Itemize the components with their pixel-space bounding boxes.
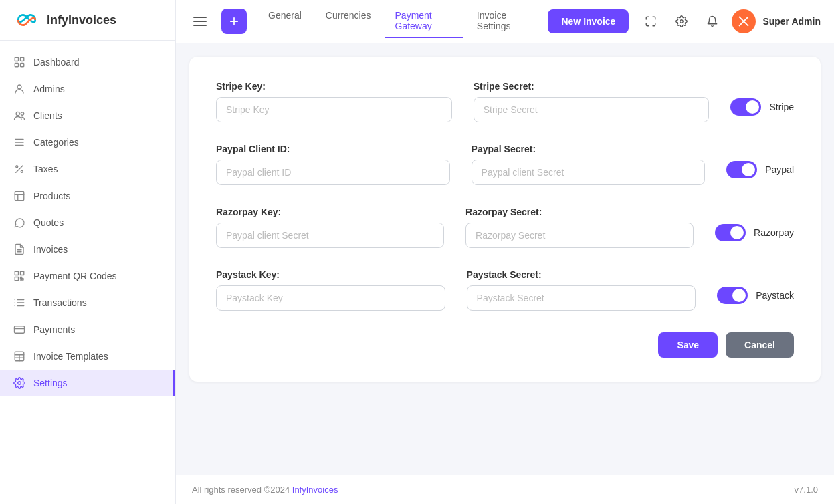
app-name: InfyInvoices — [47, 13, 116, 27]
razorpay-key-input[interactable] — [216, 223, 444, 248]
razorpay-toggle[interactable] — [715, 224, 746, 241]
stripe-toggle-label: Stripe — [769, 102, 794, 112]
paystack-secret-input[interactable] — [467, 285, 696, 311]
sidebar-item-clients[interactable]: Clients — [0, 102, 175, 129]
sidebar-item-taxes[interactable]: Taxes — [0, 156, 175, 182]
user-area[interactable]: Super Admin — [732, 9, 821, 33]
stripe-secret-input[interactable] — [474, 97, 710, 122]
sidebar-nav: Dashboard Admins Clients Categories Taxe… — [0, 41, 175, 504]
paypal-client-id-input[interactable] — [216, 160, 450, 185]
paystack-secret-label: Paystack Secret: — [467, 269, 696, 280]
razorpay-key-label: Razorpay Key: — [216, 207, 444, 217]
svg-point-8 — [16, 166, 18, 168]
razorpay-toggle-group: Razorpay — [715, 224, 794, 248]
categories-icon — [13, 136, 25, 148]
sidebar-item-taxes-label: Taxes — [33, 164, 58, 174]
admin-icon — [13, 83, 25, 95]
x-avatar-icon — [736, 14, 751, 29]
quotes-icon — [13, 217, 25, 229]
razorpay-secret-input[interactable] — [465, 223, 694, 248]
tab-payment-gateway[interactable]: Payment Gateway — [385, 5, 463, 38]
payments-icon — [13, 324, 25, 336]
footer: All rights reserved ©2024 InfyInvoices v… — [176, 475, 834, 504]
avatar — [732, 9, 756, 33]
stripe-toggle[interactable] — [730, 98, 761, 116]
sidebar-item-transactions-label: Transactions — [33, 297, 87, 308]
transactions-icon — [13, 297, 25, 309]
paypal-secret-input[interactable] — [472, 160, 706, 185]
paystack-key-label: Paystack Key: — [216, 269, 445, 280]
sidebar-item-quotes-label: Quotes — [33, 217, 64, 228]
paystack-toggle-group: Paystack — [717, 287, 794, 311]
paystack-key-input[interactable] — [216, 285, 445, 311]
sidebar-item-payments-label: Payments — [33, 324, 75, 335]
stripe-toggle-group: Stripe — [730, 98, 794, 122]
svg-rect-13 — [15, 271, 18, 275]
products-icon — [13, 190, 25, 202]
svg-rect-22 — [15, 326, 25, 334]
sidebar-item-invoice-templates[interactable]: Invoice Templates — [0, 343, 175, 370]
sidebar-item-settings[interactable]: Settings — [0, 370, 175, 396]
paystack-toggle-slider — [717, 287, 748, 304]
header: + General Currencies Payment Gateway Inv… — [176, 0, 834, 43]
razorpay-row: Razorpay Key: Razorpay Secret: Razorpay — [216, 207, 794, 248]
svg-point-4 — [17, 85, 21, 89]
tab-invoice-settings[interactable]: Invoice Settings — [466, 5, 538, 38]
header-tabs: General Currencies Payment Gateway Invoi… — [257, 5, 537, 38]
clients-icon — [13, 110, 25, 122]
stripe-row: Stripe Key: Stripe Secret: Stripe — [216, 81, 794, 122]
cancel-button[interactable]: Cancel — [726, 332, 794, 358]
dashboard-icon — [13, 56, 25, 68]
stripe-key-input[interactable] — [216, 97, 452, 122]
sidebar-item-invoices[interactable]: Invoices — [0, 236, 175, 263]
paypal-toggle-label: Paypal — [765, 164, 794, 175]
paypal-toggle[interactable] — [726, 161, 757, 178]
add-button[interactable]: + — [221, 9, 247, 34]
paypal-toggle-group: Paypal — [726, 161, 794, 185]
settings-header-button[interactable] — [670, 10, 693, 33]
paypal-toggle-slider — [726, 161, 757, 178]
save-button[interactable]: Save — [658, 332, 718, 358]
new-invoice-button[interactable]: New Invoice — [548, 9, 629, 33]
paystack-secret-group: Paystack Secret: — [467, 269, 696, 311]
sidebar-item-settings-label: Settings — [33, 378, 68, 388]
app-logo-icon — [13, 11, 40, 29]
svg-rect-14 — [21, 271, 24, 275]
razorpay-secret-group: Razorpay Secret: — [465, 207, 694, 248]
paypal-secret-label: Paypal Secret: — [472, 144, 706, 154]
stripe-key-group: Stripe Key: — [216, 81, 452, 122]
settings-icon — [13, 377, 25, 389]
paystack-row: Paystack Key: Paystack Secret: Paystack — [216, 269, 794, 311]
sidebar-item-quotes[interactable]: Quotes — [0, 209, 175, 236]
paypal-client-id-label: Paypal Client ID: — [216, 144, 450, 154]
content-area: Stripe Key: Stripe Secret: Stripe — [176, 43, 834, 475]
svg-rect-15 — [15, 277, 18, 281]
tab-general[interactable]: General — [257, 5, 312, 38]
sidebar-item-categories[interactable]: Categories — [0, 129, 175, 156]
footer-link[interactable]: InfyInvoices — [292, 485, 338, 495]
fullscreen-button[interactable] — [639, 10, 662, 33]
razorpay-toggle-label: Razorpay — [754, 227, 794, 238]
sidebar-item-payments[interactable]: Payments — [0, 316, 175, 343]
hamburger-button[interactable] — [189, 13, 211, 30]
sidebar-item-admins[interactable]: Admins — [0, 76, 175, 102]
razorpay-secret-label: Razorpay Secret: — [465, 207, 694, 217]
sidebar-item-payment-qr[interactable]: Payment QR Codes — [0, 263, 175, 289]
sidebar-item-dashboard[interactable]: Dashboard — [0, 49, 175, 76]
sidebar: InfyInvoices Dashboard Admins Clients Ca… — [0, 0, 176, 504]
settings-card: Stripe Key: Stripe Secret: Stripe — [189, 57, 821, 382]
sidebar-item-dashboard-label: Dashboard — [33, 57, 80, 68]
sidebar-item-transactions[interactable]: Transactions — [0, 289, 175, 316]
svg-rect-2 — [15, 64, 18, 67]
razorpay-toggle-slider — [715, 224, 746, 241]
sidebar-item-products[interactable]: Products — [0, 182, 175, 209]
svg-line-7 — [16, 166, 23, 173]
sidebar-item-invoices-label: Invoices — [33, 244, 68, 255]
notifications-button[interactable] — [701, 10, 724, 33]
tab-currencies[interactable]: Currencies — [315, 5, 382, 38]
sidebar-item-admins-label: Admins — [33, 84, 65, 94]
stripe-key-label: Stripe Key: — [216, 81, 452, 92]
paystack-toggle[interactable] — [717, 287, 748, 304]
header-actions: Super Admin — [639, 9, 821, 33]
app-version: v7.1.0 — [795, 485, 818, 495]
